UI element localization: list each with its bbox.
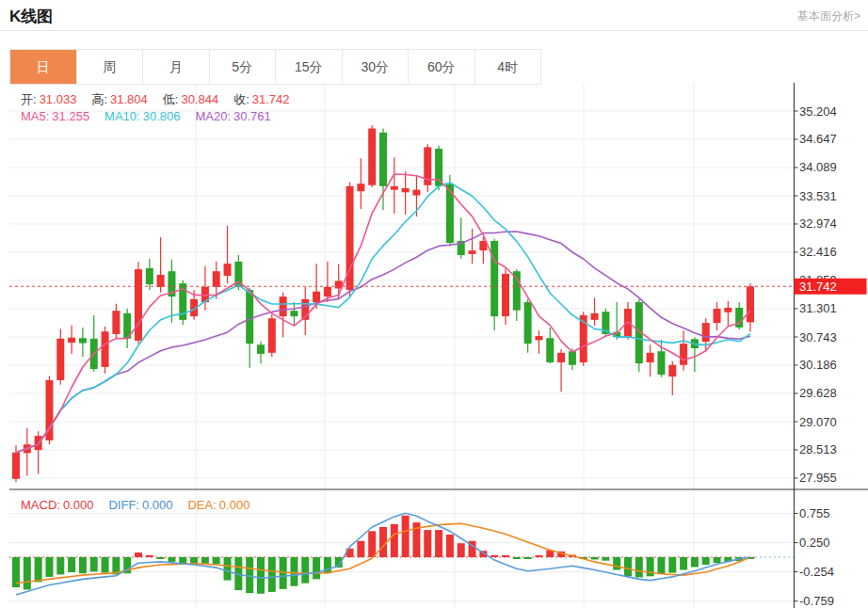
candle-body: [135, 269, 142, 341]
candle-body: [668, 365, 676, 376]
candle-body: [557, 353, 565, 362]
candle-body: [490, 241, 498, 316]
macd-axis-label: 0.250: [799, 536, 830, 550]
macd-bar: [446, 535, 454, 557]
macd-bar: [635, 557, 643, 578]
macd-bar: [513, 557, 521, 559]
candle-body: [280, 296, 287, 316]
interval-tab-30min[interactable]: 30分: [343, 50, 410, 84]
candle-body: [146, 268, 153, 284]
candle-body: [569, 351, 576, 365]
macd-bar: [213, 557, 220, 564]
interval-tab-15min[interactable]: 15分: [276, 50, 343, 84]
candle-body: [268, 318, 276, 353]
candle-body: [524, 302, 532, 344]
interval-tab-5min[interactable]: 5分: [210, 50, 277, 84]
macd-bar: [56, 557, 64, 574]
macd-bar: [257, 557, 265, 594]
current-price-tag-value: 31.742: [799, 280, 837, 294]
ohlc-legend: 开:31.033高:31.804低:30.844收:31.742: [21, 91, 305, 108]
macd-bar: [168, 557, 175, 562]
candle-body: [357, 184, 364, 191]
macd-bar: [668, 557, 676, 573]
macd-bar: [402, 516, 410, 557]
candle-body: [647, 353, 654, 362]
candle-body: [68, 338, 75, 343]
candle-body: [157, 275, 165, 287]
candle-body: [702, 323, 710, 342]
macd-bar: [691, 557, 699, 567]
macd-bar: [702, 557, 710, 565]
macd-bar: [435, 530, 442, 557]
candle-body: [112, 311, 120, 334]
candle-body: [469, 250, 476, 254]
price-axis-label: 34.089: [799, 160, 837, 174]
legend-item: MA10:30.806: [104, 109, 180, 123]
macd-axis-label: 0.755: [799, 506, 830, 520]
macd-axis-label: -0.254: [799, 565, 834, 579]
legend-item: MA20:30.761: [195, 109, 270, 123]
interval-tab-day[interactable]: 日: [10, 50, 77, 84]
price-axis-label: 35.204: [799, 104, 837, 119]
macd-bar: [102, 557, 109, 573]
candle-body: [546, 338, 554, 362]
candle-body: [246, 290, 253, 344]
macd-bar: [368, 531, 376, 557]
macd-bar: [391, 524, 398, 557]
macd-bar: [602, 557, 609, 561]
macd-bar: [524, 557, 532, 559]
candle-body: [502, 274, 509, 316]
macd-bar: [45, 557, 53, 577]
price-axis-label: 29.070: [799, 415, 837, 429]
candle-body: [368, 129, 376, 185]
candle-body: [79, 338, 87, 343]
price-axis-label: 27.955: [799, 471, 837, 485]
candle-body: [56, 339, 64, 380]
price-axis-label: 34.647: [799, 132, 837, 146]
macd-bar: [90, 557, 98, 571]
legend-item: 高:31.804: [91, 92, 147, 106]
candle-body: [435, 149, 442, 186]
candle-body: [213, 271, 220, 287]
macd-bar: [490, 555, 498, 557]
price-axis-label: 32.974: [799, 216, 837, 231]
interval-tab-month[interactable]: 月: [143, 50, 210, 84]
candle-body: [624, 309, 632, 337]
candle-body: [535, 336, 542, 340]
macd-legend: MACD:0.000DIFF:0.000DEA:0.000: [21, 498, 265, 512]
macd-bar: [35, 557, 42, 582]
legend-item: DEA:0.000: [187, 498, 249, 512]
candle-body: [714, 309, 721, 323]
macd-bar: [379, 527, 387, 557]
candle-body: [12, 453, 20, 479]
legend-item: 收:31.742: [233, 92, 289, 106]
macd-bar: [224, 557, 232, 581]
price-axis-label: 32.416: [799, 245, 837, 259]
price-axis-label: 28.513: [799, 442, 837, 456]
macd-bar: [24, 557, 31, 589]
interval-tab-week[interactable]: 周: [77, 50, 144, 84]
legend-item: DIFF:0.000: [108, 498, 172, 512]
legend-item: MA5:31.255: [21, 109, 89, 123]
macd-bar: [324, 557, 331, 573]
price-axis-label: 31.301: [799, 301, 837, 315]
interval-tab-60min[interactable]: 60分: [409, 50, 475, 84]
macd-bar: [458, 543, 465, 557]
interval-tab-4h[interactable]: 4时: [475, 50, 541, 84]
legend-item: 开:31.033: [21, 92, 76, 106]
candle-body: [224, 264, 232, 276]
macd-bar: [613, 557, 620, 570]
macd-bar: [157, 557, 165, 559]
price-axis-label: 33.531: [799, 189, 837, 203]
macd-bar: [135, 552, 142, 557]
macd-bar: [201, 557, 209, 564]
macd-bar: [290, 557, 297, 586]
candle-body: [680, 344, 687, 365]
interval-tabbar: 日周月5分15分30分60分4时: [9, 49, 541, 85]
candle-body: [724, 308, 731, 312]
macd-bar: [146, 555, 153, 557]
macd-bar: [79, 557, 87, 573]
candle-body: [747, 286, 754, 322]
macd-bar: [68, 557, 75, 572]
candle-body: [379, 133, 387, 186]
